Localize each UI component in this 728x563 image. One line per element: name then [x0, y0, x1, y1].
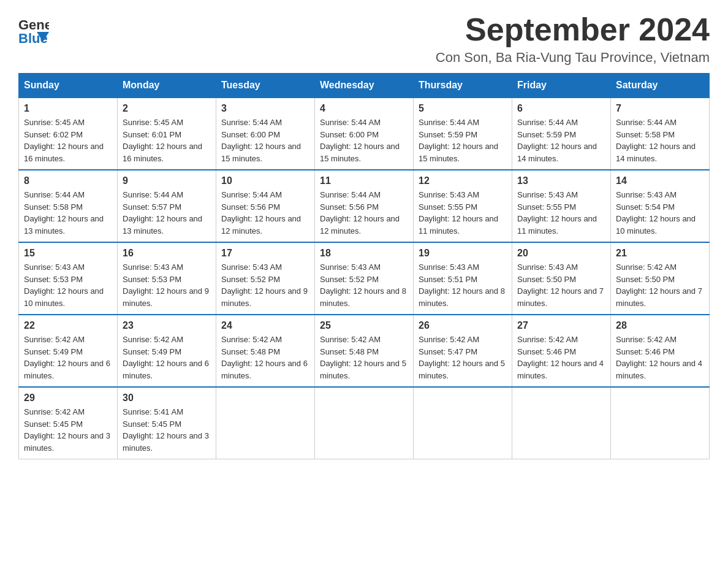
day-number: 19 — [419, 248, 507, 259]
day-info: Sunrise: 5:44 AM Sunset: 5:58 PM Dayligh… — [24, 189, 112, 237]
day-number: 11 — [320, 175, 408, 186]
calendar-cell: 27 Sunrise: 5:42 AM Sunset: 5:46 PM Dayl… — [512, 315, 611, 387]
calendar-cell: 7 Sunrise: 5:44 AM Sunset: 5:58 PM Dayli… — [611, 98, 710, 170]
calendar-cell: 8 Sunrise: 5:44 AM Sunset: 5:58 PM Dayli… — [19, 170, 118, 242]
header-monday: Monday — [118, 74, 216, 98]
day-number: 2 — [123, 103, 211, 114]
day-number: 13 — [517, 175, 605, 186]
calendar-cell: 23 Sunrise: 5:42 AM Sunset: 5:49 PM Dayl… — [118, 315, 216, 387]
calendar-cell: 20 Sunrise: 5:43 AM Sunset: 5:50 PM Dayl… — [512, 242, 611, 315]
calendar-cell: 19 Sunrise: 5:43 AM Sunset: 5:51 PM Dayl… — [414, 242, 512, 315]
day-info: Sunrise: 5:44 AM Sunset: 5:57 PM Dayligh… — [123, 189, 211, 237]
day-number: 10 — [221, 175, 309, 186]
day-number: 7 — [616, 103, 704, 114]
calendar-cell: 2 Sunrise: 5:45 AM Sunset: 6:01 PM Dayli… — [118, 98, 216, 170]
header-friday: Friday — [512, 74, 611, 98]
day-number: 16 — [123, 248, 211, 259]
calendar-cell: 14 Sunrise: 5:43 AM Sunset: 5:54 PM Dayl… — [611, 170, 710, 242]
day-number: 26 — [419, 320, 507, 331]
day-info: Sunrise: 5:42 AM Sunset: 5:48 PM Dayligh… — [221, 334, 309, 381]
calendar-cell: 16 Sunrise: 5:43 AM Sunset: 5:53 PM Dayl… — [118, 242, 216, 315]
day-info: Sunrise: 5:43 AM Sunset: 5:50 PM Dayligh… — [517, 261, 605, 309]
calendar-cell: 18 Sunrise: 5:43 AM Sunset: 5:52 PM Dayl… — [315, 242, 414, 315]
day-info: Sunrise: 5:43 AM Sunset: 5:53 PM Dayligh… — [123, 261, 211, 309]
day-number: 24 — [221, 320, 309, 331]
day-number: 14 — [616, 175, 704, 186]
day-info: Sunrise: 5:42 AM Sunset: 5:46 PM Dayligh… — [616, 334, 704, 381]
month-title: September 2024 — [436, 12, 710, 47]
day-info: Sunrise: 5:44 AM Sunset: 6:00 PM Dayligh… — [320, 117, 408, 164]
day-info: Sunrise: 5:43 AM Sunset: 5:51 PM Dayligh… — [419, 261, 507, 309]
calendar-cell: 5 Sunrise: 5:44 AM Sunset: 5:59 PM Dayli… — [414, 98, 512, 170]
header-saturday: Saturday — [611, 74, 710, 98]
calendar-cell: 30 Sunrise: 5:41 AM Sunset: 5:45 PM Dayl… — [118, 387, 216, 459]
day-number: 27 — [517, 320, 605, 331]
calendar-cell: 9 Sunrise: 5:44 AM Sunset: 5:57 PM Dayli… — [118, 170, 216, 242]
calendar-cell: 12 Sunrise: 5:43 AM Sunset: 5:55 PM Dayl… — [414, 170, 512, 242]
day-number: 20 — [517, 248, 605, 259]
calendar-cell: 1 Sunrise: 5:45 AM Sunset: 6:02 PM Dayli… — [19, 98, 118, 170]
calendar-week-2: 8 Sunrise: 5:44 AM Sunset: 5:58 PM Dayli… — [19, 170, 710, 242]
day-info: Sunrise: 5:42 AM Sunset: 5:47 PM Dayligh… — [419, 334, 507, 381]
day-number: 6 — [517, 103, 605, 114]
day-number: 21 — [616, 248, 704, 259]
day-info: Sunrise: 5:42 AM Sunset: 5:48 PM Dayligh… — [320, 334, 408, 381]
day-number: 28 — [616, 320, 704, 331]
calendar-cell: 22 Sunrise: 5:42 AM Sunset: 5:49 PM Dayl… — [19, 315, 118, 387]
day-info: Sunrise: 5:43 AM Sunset: 5:55 PM Dayligh… — [517, 189, 605, 237]
day-number: 4 — [320, 103, 408, 114]
day-info: Sunrise: 5:44 AM Sunset: 5:59 PM Dayligh… — [517, 117, 605, 164]
calendar-cell: 6 Sunrise: 5:44 AM Sunset: 5:59 PM Dayli… — [512, 98, 611, 170]
day-number: 15 — [24, 248, 112, 259]
calendar-cell: 28 Sunrise: 5:42 AM Sunset: 5:46 PM Dayl… — [611, 315, 710, 387]
day-info: Sunrise: 5:42 AM Sunset: 5:50 PM Dayligh… — [616, 261, 704, 309]
calendar-week-5: 29 Sunrise: 5:42 AM Sunset: 5:45 PM Dayl… — [19, 387, 710, 459]
calendar-cell: 26 Sunrise: 5:42 AM Sunset: 5:47 PM Dayl… — [414, 315, 512, 387]
header-wednesday: Wednesday — [315, 74, 414, 98]
calendar-cell: 10 Sunrise: 5:44 AM Sunset: 5:56 PM Dayl… — [216, 170, 315, 242]
day-info: Sunrise: 5:42 AM Sunset: 5:49 PM Dayligh… — [123, 334, 211, 381]
day-info: Sunrise: 5:43 AM Sunset: 5:54 PM Dayligh… — [616, 189, 704, 237]
calendar-cell: 4 Sunrise: 5:44 AM Sunset: 6:00 PM Dayli… — [315, 98, 414, 170]
calendar-cell — [512, 387, 611, 459]
calendar-cell: 13 Sunrise: 5:43 AM Sunset: 5:55 PM Dayl… — [512, 170, 611, 242]
day-info: Sunrise: 5:44 AM Sunset: 6:00 PM Dayligh… — [221, 117, 309, 164]
calendar-week-1: 1 Sunrise: 5:45 AM Sunset: 6:02 PM Dayli… — [19, 98, 710, 170]
day-number: 30 — [123, 393, 211, 404]
day-info: Sunrise: 5:44 AM Sunset: 5:56 PM Dayligh… — [320, 189, 408, 237]
location-title: Con Son, Ba Ria-Vung Tau Province, Vietn… — [436, 50, 710, 66]
day-number: 17 — [221, 248, 309, 259]
calendar-cell: 15 Sunrise: 5:43 AM Sunset: 5:53 PM Dayl… — [19, 242, 118, 315]
weekday-header-row: Sunday Monday Tuesday Wednesday Thursday… — [19, 74, 710, 98]
day-number: 8 — [24, 175, 112, 186]
header-thursday: Thursday — [414, 74, 512, 98]
day-number: 9 — [123, 175, 211, 186]
day-number: 3 — [221, 103, 309, 114]
day-info: Sunrise: 5:45 AM Sunset: 6:01 PM Dayligh… — [123, 117, 211, 164]
day-number: 12 — [419, 175, 507, 186]
title-area: September 2024 Con Son, Ba Ria-Vung Tau … — [436, 12, 710, 66]
day-number: 25 — [320, 320, 408, 331]
logo: General Blue — [18, 12, 49, 48]
header-sunday: Sunday — [19, 74, 118, 98]
logo-graphic: General Blue — [18, 12, 49, 48]
day-number: 23 — [123, 320, 211, 331]
header-tuesday: Tuesday — [216, 74, 315, 98]
day-info: Sunrise: 5:41 AM Sunset: 5:45 PM Dayligh… — [123, 406, 211, 454]
calendar-cell: 11 Sunrise: 5:44 AM Sunset: 5:56 PM Dayl… — [315, 170, 414, 242]
day-info: Sunrise: 5:43 AM Sunset: 5:52 PM Dayligh… — [320, 261, 408, 309]
page-header: General Blue September 2024 Con Son, Ba … — [18, 12, 710, 66]
calendar-week-4: 22 Sunrise: 5:42 AM Sunset: 5:49 PM Dayl… — [19, 315, 710, 387]
day-info: Sunrise: 5:42 AM Sunset: 5:45 PM Dayligh… — [24, 406, 112, 454]
day-number: 18 — [320, 248, 408, 259]
svg-text:Blue: Blue — [18, 31, 48, 46]
calendar-cell — [611, 387, 710, 459]
calendar-week-3: 15 Sunrise: 5:43 AM Sunset: 5:53 PM Dayl… — [19, 242, 710, 315]
day-info: Sunrise: 5:45 AM Sunset: 6:02 PM Dayligh… — [24, 117, 112, 164]
calendar-table: Sunday Monday Tuesday Wednesday Thursday… — [18, 73, 710, 459]
day-number: 5 — [419, 103, 507, 114]
day-info: Sunrise: 5:43 AM Sunset: 5:55 PM Dayligh… — [419, 189, 507, 237]
day-info: Sunrise: 5:42 AM Sunset: 5:46 PM Dayligh… — [517, 334, 605, 381]
day-info: Sunrise: 5:43 AM Sunset: 5:53 PM Dayligh… — [24, 261, 112, 309]
calendar-cell: 21 Sunrise: 5:42 AM Sunset: 5:50 PM Dayl… — [611, 242, 710, 315]
